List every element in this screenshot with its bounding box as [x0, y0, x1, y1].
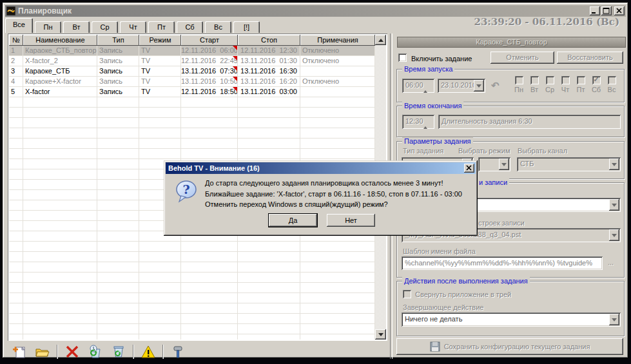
cell-num: 2 [9, 56, 23, 66]
cell-start [181, 283, 238, 293]
cell-name [23, 242, 97, 252]
cell-name [23, 118, 97, 128]
tab-Чт[interactable]: Чт [120, 21, 146, 33]
table-row[interactable]: 4Караоке+X-factorЗаписьTV13.11.2016 10:5… [9, 77, 375, 87]
table-row[interactable]: 2X-factor_2ЗаписьTV12.11.2016 22:4513.11… [9, 56, 375, 66]
toolbar-separator [162, 345, 164, 359]
maximize-button[interactable] [601, 6, 612, 15]
cell-num [9, 334, 23, 340]
cell-mode [139, 252, 181, 262]
open-folder-icon[interactable] [35, 345, 50, 359]
tab-Вс[interactable]: Вс [205, 21, 231, 33]
browse-more-button[interactable]: ... [608, 258, 614, 266]
weekday-label: Пт [573, 86, 588, 93]
yes-button[interactable]: Да [269, 214, 317, 227]
weekday-checkbox [592, 76, 601, 84]
weekday-label: Чт [558, 86, 573, 93]
weekday-Вт: Вт [527, 76, 542, 93]
scroll-up-button[interactable] [375, 35, 386, 45]
cell-start [181, 108, 238, 118]
cell-start: 12.11.2016 06:00 [181, 46, 238, 56]
scroll-down-button[interactable] [375, 329, 386, 340]
cell-start [181, 97, 238, 108]
enable-task-label: Включить задание [411, 55, 472, 62]
cell-mode [139, 242, 181, 252]
table-row[interactable]: 3Караоке_СТБЗаписьTV13.11.2016 07:3013.1… [9, 66, 375, 77]
floppy-icon [430, 341, 440, 352]
table-row-empty [9, 149, 375, 159]
preset-label: строек записи [478, 219, 525, 227]
cell-stop [238, 252, 300, 262]
column-header[interactable]: Режим [139, 35, 181, 46]
no-button[interactable]: Нет [327, 214, 375, 227]
restore-button: Восстановить [557, 52, 623, 64]
cell-name [23, 149, 97, 159]
cell-name [23, 314, 97, 324]
cell-stop [238, 242, 300, 252]
start-time-spinner: 06:00 [402, 79, 434, 93]
cell-name [23, 159, 97, 169]
table-row-empty [9, 242, 375, 252]
toolbar [8, 343, 387, 359]
cell-num [9, 200, 23, 211]
column-header[interactable]: № [9, 35, 23, 46]
table-row[interactable]: 1Караоке_СТБ_повторЗаписьTV12.11.2016 06… [9, 46, 375, 56]
task-params-group-title: Параметры задания [402, 137, 473, 145]
filename-template-input[interactable]: %channel%(%yy%%mm%%dd%-%hh%%nn%) %tvguid… [402, 256, 603, 270]
weekday-checkbox [530, 76, 539, 84]
column-header[interactable]: Тип [97, 35, 139, 46]
delete-icon[interactable] [64, 345, 80, 359]
cell-type [97, 159, 139, 169]
cell-note [300, 303, 375, 314]
clear-all-icon[interactable] [111, 345, 126, 359]
final-action-combo[interactable]: Ничего не делать [402, 312, 621, 327]
tab-Ср[interactable]: Ср [92, 21, 118, 33]
dialog-message-line: До старта следующего задания планировщик… [205, 178, 471, 189]
cell-num [9, 190, 23, 200]
tools-icon[interactable] [170, 345, 186, 359]
dialog-close-icon[interactable] [464, 164, 474, 173]
tab-Все[interactable]: Все [5, 18, 33, 33]
cell-type [97, 283, 139, 293]
cell-type [97, 200, 139, 211]
cell-type [97, 242, 139, 252]
clock-display: 23:39:20 - 06.11.2016 (Вс) [474, 16, 619, 28]
cell-type [97, 273, 139, 283]
weekday-Сб: Сб [588, 76, 604, 93]
clear-expired-icon[interactable] [88, 345, 103, 359]
warning-icon[interactable] [141, 345, 156, 359]
tab-Пт[interactable]: Пт [148, 21, 175, 33]
column-header[interactable]: Примечания [300, 35, 375, 46]
cell-type [97, 293, 139, 303]
enable-task-checkbox[interactable] [398, 53, 407, 62]
cell-mode [139, 303, 181, 314]
tab-[!][interactable]: [!] [233, 21, 260, 33]
cell-start [181, 314, 238, 324]
toolbar-separator [57, 345, 58, 359]
tab-Пн[interactable]: Пн [35, 21, 61, 33]
column-header[interactable]: Старт [181, 35, 238, 46]
cell-type [97, 314, 139, 324]
tab-Сб[interactable]: Сб [177, 21, 203, 33]
cell-start [181, 324, 238, 334]
column-header[interactable]: Стоп [238, 35, 300, 46]
cell-num [9, 303, 23, 314]
cell-stop [238, 128, 300, 139]
cell-note [300, 87, 375, 97]
table-row-empty [9, 252, 375, 262]
cell-num: 4 [9, 77, 23, 87]
table-row[interactable]: 5X-factorЗаписьTV12.11.2016 18:5013.11.2… [9, 87, 375, 97]
close-button[interactable] [614, 6, 625, 15]
tray-label: Свернуть приложение в трей [415, 291, 511, 298]
cell-name: X-factor [23, 87, 97, 97]
column-header[interactable]: Наименование [23, 35, 97, 46]
tab-Вт[interactable]: Вт [63, 21, 90, 33]
cell-type [97, 190, 139, 200]
table-header: №НаименованиеТипРежимСтартСтопПримечания [9, 35, 375, 46]
new-task-icon[interactable] [12, 345, 27, 359]
cell-num [9, 149, 23, 159]
minimize-button[interactable] [590, 6, 600, 15]
cell-name: X-factor_2 [23, 56, 97, 66]
weekday-label: Вс [604, 86, 619, 93]
cell-note [300, 128, 375, 139]
